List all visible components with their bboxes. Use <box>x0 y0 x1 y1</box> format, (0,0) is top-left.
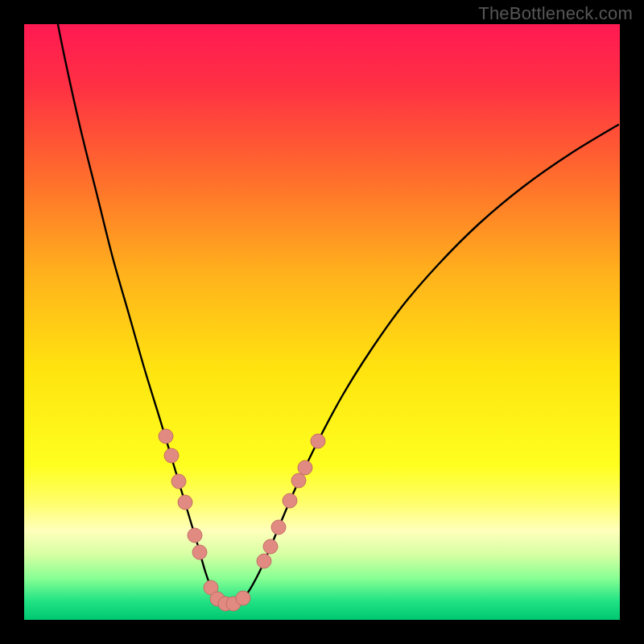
watermark-text: TheBottleneck.com <box>478 3 633 24</box>
data-dot <box>298 460 312 475</box>
data-dot <box>283 493 297 508</box>
bottleneck-curve <box>52 24 618 604</box>
data-dot <box>171 474 186 489</box>
data-dot <box>188 528 202 543</box>
data-dot <box>311 434 325 448</box>
data-dot <box>291 473 306 488</box>
data-dot <box>178 495 192 510</box>
data-dot <box>257 554 271 568</box>
chart-frame: TheBottleneck.com <box>0 0 644 644</box>
data-dot <box>164 448 179 463</box>
data-dot <box>159 429 173 444</box>
data-dot <box>263 539 278 554</box>
data-dots <box>159 429 325 611</box>
plot-area <box>24 24 620 620</box>
data-dot <box>271 520 286 535</box>
data-dot <box>236 591 250 605</box>
curve-overlay <box>24 24 620 620</box>
data-dot <box>192 545 207 559</box>
